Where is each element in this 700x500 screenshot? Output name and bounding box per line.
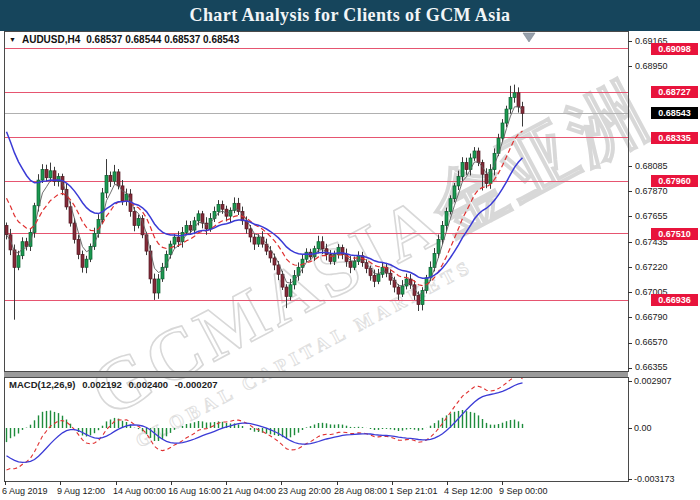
candle-bear bbox=[521, 107, 524, 114]
candle-bull bbox=[501, 123, 504, 138]
candle-bear bbox=[485, 174, 488, 183]
candle-bull bbox=[197, 214, 200, 221]
candle-bull bbox=[353, 262, 356, 268]
chart-window: Chart Analysis for Clients of GCM Asia G… bbox=[0, 0, 700, 500]
candle-bull bbox=[85, 259, 88, 267]
macd-value: 0.002192 bbox=[82, 379, 122, 390]
candle-bear bbox=[269, 251, 272, 258]
candle-bull bbox=[37, 180, 40, 206]
symbol-selector[interactable]: ▼ AUDUSD,H4 0.68537 0.68544 0.68537 0.68… bbox=[9, 34, 239, 45]
candle-bull bbox=[401, 286, 404, 294]
candle-bear bbox=[397, 287, 400, 294]
candle-bull bbox=[157, 279, 160, 293]
candle-bear bbox=[285, 287, 288, 296]
macd-main-line bbox=[7, 383, 523, 462]
candle-bear bbox=[189, 225, 192, 230]
chevron-down-icon: ▼ bbox=[9, 36, 16, 43]
candle-bull bbox=[257, 237, 260, 244]
candle-bull bbox=[473, 151, 476, 158]
candle-bull bbox=[17, 256, 20, 268]
candle-bear bbox=[45, 170, 48, 178]
candle-bear bbox=[133, 212, 136, 226]
candle-bull bbox=[169, 244, 172, 255]
symbol-ohlc-values: 0.68537 0.68544 0.68537 0.68543 bbox=[86, 34, 239, 45]
candle-bear bbox=[349, 262, 352, 268]
candle-bull bbox=[453, 186, 456, 199]
candle-bear bbox=[177, 237, 180, 242]
candle-bull bbox=[377, 274, 380, 281]
macd-hist-value: -0.000207 bbox=[175, 379, 218, 390]
candle-bear bbox=[73, 223, 76, 239]
candle-bull bbox=[441, 225, 444, 239]
macd-signal-line bbox=[7, 377, 523, 470]
watermark-text: GCMASIA金亚洲 bbox=[77, 69, 663, 432]
candle-bear bbox=[117, 172, 120, 186]
candle-bull bbox=[449, 199, 452, 212]
candle-bull bbox=[457, 177, 460, 186]
candle-bear bbox=[249, 229, 252, 237]
candle-bull bbox=[437, 239, 440, 253]
candle-bear bbox=[321, 242, 324, 249]
candle-bull bbox=[445, 212, 448, 226]
candle-bear bbox=[221, 205, 224, 210]
panel-divider bbox=[4, 372, 628, 377]
candle-bull bbox=[505, 109, 508, 123]
candle-bull bbox=[41, 170, 44, 181]
macd-indicator-label: MACD(12,26,9) 0.002192 0.002400 -0.00020… bbox=[9, 379, 222, 390]
candle-bear bbox=[253, 237, 256, 244]
candle-bear bbox=[417, 295, 420, 304]
macd-name: MACD(12,26,9) bbox=[9, 379, 76, 390]
macd-signal-value: 0.002400 bbox=[128, 379, 168, 390]
candle-bear bbox=[13, 250, 16, 268]
candle-bear bbox=[109, 175, 112, 181]
candle-bull bbox=[217, 205, 220, 212]
candle-bull bbox=[137, 219, 140, 226]
candle-bear bbox=[201, 214, 204, 223]
candle-bull bbox=[173, 237, 176, 244]
candle-bear bbox=[121, 186, 124, 201]
candle-bull bbox=[49, 171, 52, 178]
candle-bull bbox=[405, 279, 408, 286]
candle-bull bbox=[209, 219, 212, 230]
down-arrow-marker bbox=[523, 33, 535, 42]
candle-bear bbox=[517, 93, 520, 107]
candle-bear bbox=[5, 225, 8, 234]
candle-bear bbox=[81, 255, 84, 268]
candle-bull bbox=[185, 225, 188, 232]
candle-bear bbox=[273, 258, 276, 265]
candle-bull bbox=[113, 172, 116, 181]
candle-bull bbox=[509, 97, 512, 109]
candle-bear bbox=[373, 276, 376, 282]
candle-bull bbox=[105, 175, 108, 193]
candle-bull bbox=[289, 285, 292, 297]
candle-bear bbox=[153, 279, 156, 293]
candle-bear bbox=[477, 151, 480, 163]
candle-bull bbox=[513, 93, 516, 98]
main-chart-canvas[interactable]: GCMASIA金亚洲GLOBAL CAPITAL MARKETS bbox=[0, 0, 700, 500]
candle-bear bbox=[77, 239, 80, 254]
candle-bull bbox=[381, 267, 384, 274]
candle-bull bbox=[317, 242, 320, 249]
candle-bear bbox=[465, 163, 468, 170]
symbol-label: AUDUSD,H4 bbox=[22, 34, 80, 45]
candle-bull bbox=[461, 163, 464, 177]
